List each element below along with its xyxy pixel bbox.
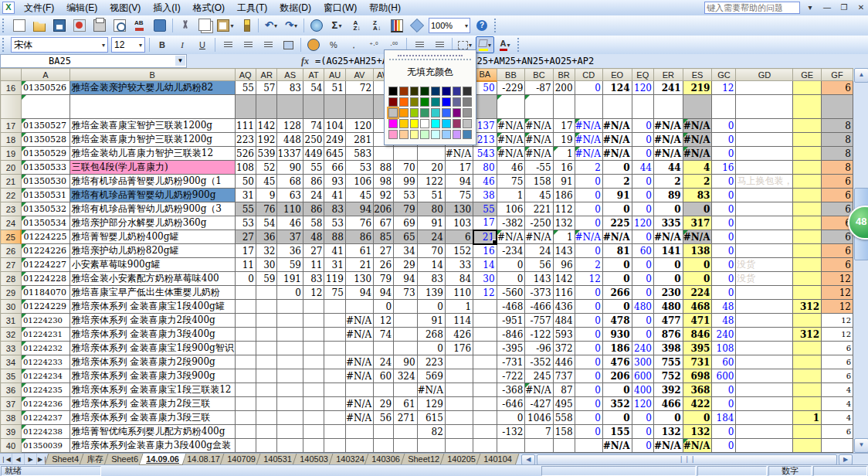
- cell-AV25[interactable]: 86: [345, 230, 373, 244]
- cell-BR23[interactable]: 112: [553, 202, 575, 216]
- sort-ascending-button[interactable]: AZ↓: [348, 17, 366, 34]
- col-header-AQ[interactable]: AQ: [235, 69, 256, 81]
- cell-BB26[interactable]: -234: [497, 244, 525, 258]
- percent-button[interactable]: %: [324, 36, 343, 53]
- cell-AU31[interactable]: [324, 314, 345, 328]
- row-header-39[interactable]: 39: [1, 425, 22, 439]
- cell-AV16[interactable]: 72: [345, 81, 373, 95]
- cell-AU26[interactable]: 41: [324, 244, 345, 258]
- cell-AT22[interactable]: 24: [303, 189, 324, 202]
- cell-BR20[interactable]: 16: [553, 161, 575, 175]
- cell-EQ35[interactable]: 600: [632, 369, 653, 383]
- cell-ESs[interactable]: [683, 95, 712, 119]
- row-header-22[interactable]: 22: [1, 189, 22, 202]
- cell-AQ26[interactable]: 17: [235, 244, 256, 258]
- cell-EO22[interactable]: 91: [602, 189, 632, 202]
- cell-AX32[interactable]: [394, 328, 417, 342]
- cell-ES27[interactable]: 0: [683, 258, 712, 272]
- cell-AT19[interactable]: 449: [303, 147, 324, 161]
- cell-GD38[interactable]: [736, 411, 793, 425]
- cell-GC30[interactable]: 48: [712, 300, 736, 314]
- cell-CD23[interactable]: 0: [575, 202, 602, 216]
- color-swatch[interactable]: [410, 119, 419, 128]
- cell-AU23[interactable]: 83: [324, 202, 345, 216]
- drawing-button[interactable]: [408, 17, 426, 34]
- col-header-AV[interactable]: AV: [345, 69, 373, 81]
- color-swatch[interactable]: [463, 97, 472, 107]
- cell-EO23[interactable]: 0: [602, 202, 632, 216]
- cell-AW40[interactable]: [374, 439, 394, 453]
- cell-A31[interactable]: 01224230: [21, 314, 70, 328]
- cell-AU28[interactable]: 119: [324, 272, 345, 286]
- cell-GC31[interactable]: 48: [712, 314, 736, 328]
- cell-AZ34[interactable]: [445, 355, 473, 369]
- cell-GF20[interactable]: 8: [822, 161, 853, 175]
- row-header-30[interactable]: 30: [1, 300, 22, 314]
- cell-AY31[interactable]: 91: [417, 314, 445, 328]
- cell-BR21[interactable]: 91: [553, 175, 575, 189]
- cell-AS16[interactable]: 83: [277, 81, 303, 95]
- cell-AS39[interactable]: [277, 425, 303, 439]
- cell-EO31[interactable]: 478: [602, 314, 632, 328]
- cell-AW19[interactable]: [374, 147, 394, 161]
- cell-AT38[interactable]: [303, 411, 324, 425]
- cell-AT26[interactable]: 27: [303, 244, 324, 258]
- cell-GD31[interactable]: [736, 314, 793, 328]
- cell-AT32[interactable]: [303, 328, 324, 342]
- menu-6[interactable]: 数据(D): [273, 0, 317, 16]
- cell-BB21[interactable]: 75: [497, 175, 525, 189]
- help-button[interactable]: ?: [473, 17, 491, 34]
- cell-GE17[interactable]: [793, 119, 822, 133]
- col-header-ES[interactable]: ES: [683, 69, 712, 81]
- cell-EQ22[interactable]: 0: [632, 189, 653, 202]
- cell-BC29[interactable]: -373: [525, 286, 553, 300]
- cell-AY35[interactable]: 569: [417, 369, 445, 383]
- row-header-37[interactable]: 37: [1, 397, 22, 411]
- minimize-button[interactable]: —: [820, 2, 834, 14]
- cell-AW28[interactable]: 79: [374, 272, 394, 286]
- cell-AV22[interactable]: 45: [345, 189, 373, 202]
- cell-EQ32[interactable]: 0: [632, 328, 653, 342]
- select-all-corner[interactable]: [1, 69, 22, 81]
- cell-GD17[interactable]: [736, 119, 793, 133]
- redo-button[interactable]: ↷▾: [282, 17, 300, 34]
- cell-AQs[interactable]: [235, 95, 256, 119]
- cell-AY24[interactable]: 91: [417, 216, 445, 230]
- cell-AX34[interactable]: 90: [394, 355, 417, 369]
- cell-AU19[interactable]: 645: [324, 147, 345, 161]
- cell-GD24[interactable]: [736, 216, 793, 230]
- restore-button[interactable]: ❐: [837, 2, 851, 14]
- cell-B23[interactable]: 雅培有机珍品菁智幼儿奶粉900g（3: [70, 202, 235, 216]
- cell-A19[interactable]: 01350529: [21, 147, 70, 161]
- cell-BB37[interactable]: -646: [497, 397, 525, 411]
- cell-AW36[interactable]: [374, 383, 394, 397]
- col-header-GE[interactable]: GE: [793, 69, 822, 81]
- cell-BC21[interactable]: 158: [525, 175, 553, 189]
- cell-GD30[interactable]: [736, 300, 793, 314]
- cell-ER28[interactable]: 0: [654, 272, 683, 286]
- cell-AR29[interactable]: [256, 286, 276, 300]
- color-swatch[interactable]: [442, 87, 451, 96]
- cell-AV40[interactable]: [345, 439, 373, 453]
- cell-BC18[interactable]: #N/A: [525, 133, 553, 147]
- cell-AU20[interactable]: 66: [324, 161, 345, 175]
- help-question-input[interactable]: [704, 2, 800, 14]
- cell-ES17[interactable]: #N/A: [683, 119, 712, 133]
- cell-BC36[interactable]: #N/A: [525, 383, 553, 397]
- cell-AS23[interactable]: 110: [277, 202, 303, 216]
- cell-CD35[interactable]: 0: [575, 369, 602, 383]
- cell-AS38[interactable]: [277, 411, 303, 425]
- cell-BB16[interactable]: -229: [497, 81, 525, 95]
- cell-AT34[interactable]: [303, 355, 324, 369]
- cell-AZ35[interactable]: [445, 369, 473, 383]
- cell-EO21[interactable]: 2: [602, 175, 632, 189]
- cell-AX36[interactable]: [394, 383, 417, 397]
- cell-ATs[interactable]: [303, 95, 324, 119]
- cell-AZ25[interactable]: 6: [445, 230, 473, 244]
- cell-B26[interactable]: 雅培亲护幼儿奶粉820g罐: [70, 244, 235, 258]
- cell-AX35[interactable]: 324: [394, 369, 417, 383]
- cell-BR25[interactable]: 1: [553, 230, 575, 244]
- cell-GC26[interactable]: 0: [712, 244, 736, 258]
- cell-AW39[interactable]: [374, 425, 394, 439]
- cell-AY26[interactable]: 70: [417, 244, 445, 258]
